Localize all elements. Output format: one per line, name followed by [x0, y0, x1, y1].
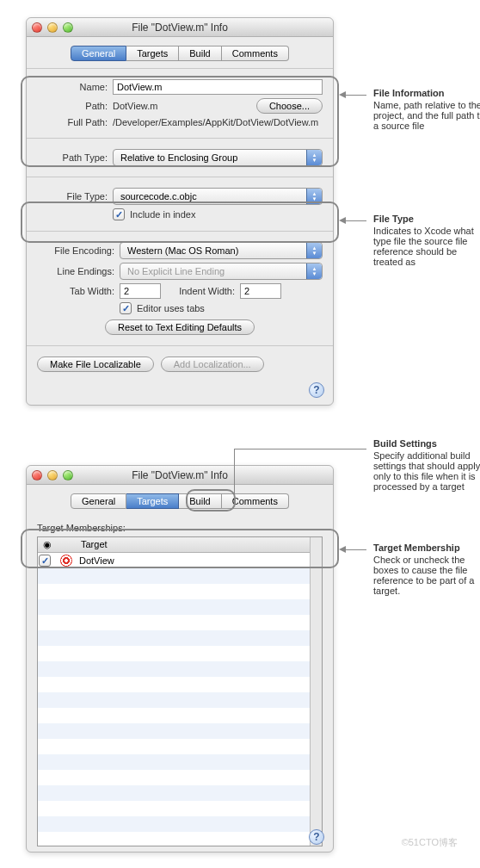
annot-file-type-body: Indicates to Xcode what type file the so… — [373, 226, 474, 267]
section-file-type: File Type: sourcecode.c.objc ▲▼ Include … — [27, 177, 333, 231]
help-icon[interactable]: ? — [309, 382, 324, 398]
target-memberships-label: Target Memberships: — [37, 523, 323, 533]
info-window-targets: File "DotView.m" Info General Targets Bu… — [26, 465, 334, 852]
fileencoding-label: File Encoding: — [37, 245, 114, 256]
watermark: ©51CTO博客 — [402, 836, 458, 849]
chevron-updown-icon: ▲▼ — [306, 189, 322, 204]
col-target-header[interactable]: Target — [76, 537, 322, 552]
tab-targets[interactable]: Targets — [126, 46, 179, 61]
chevron-updown-icon: ▲▼ — [306, 150, 322, 165]
tab-comments[interactable]: Comments — [222, 46, 289, 61]
editor-uses-tabs-label: Editor uses tabs — [137, 303, 205, 313]
lineendings-popup[interactable]: No Explicit Line Ending ▲▼ — [120, 263, 323, 280]
include-in-index-label: Include in index — [130, 209, 195, 220]
annot-target-body: Check or uncheck the boxes to cause the … — [373, 555, 474, 596]
titlebar[interactable]: File "DotView.m" Info — [27, 18, 333, 37]
fullpath-label: Full Path: — [37, 117, 108, 127]
fileencoding-value: Western (Mac OS Roman) — [127, 245, 238, 256]
filetype-value: sourcecode.c.objc — [120, 191, 197, 202]
section-path-type: Path Type: Relative to Enclosing Group ▲… — [27, 138, 333, 177]
annot-build-body: Specify additional build settings that s… — [373, 450, 480, 492]
path-value: DotView.m — [113, 101, 256, 111]
annot-file-info-body: Name, path relative to the project, and … — [373, 100, 480, 131]
col-checkbox-header[interactable]: ◉ — [38, 537, 57, 552]
pathtype-popup[interactable]: Relative to Enclosing Group ▲▼ — [113, 149, 323, 166]
tabwidth-label: Tab Width: — [37, 286, 114, 296]
titlebar[interactable]: File "DotView.m" Info — [27, 466, 333, 485]
tab-build[interactable]: Build — [179, 493, 221, 509]
reset-button[interactable]: Reset to Text Editing Defaults — [105, 319, 255, 335]
indentwidth-field[interactable]: 2 — [240, 283, 281, 299]
filetype-label: File Type: — [37, 191, 108, 202]
tab-build[interactable]: Build — [179, 46, 221, 61]
editor-uses-tabs-checkbox[interactable] — [120, 302, 132, 314]
scrollbar[interactable] — [310, 537, 322, 846]
path-label: Path: — [37, 101, 108, 111]
pathtype-value: Relative to Enclosing Group — [120, 152, 237, 163]
table-row[interactable]: DotView — [38, 553, 322, 568]
help-icon[interactable]: ? — [309, 829, 324, 845]
target-memberships-table: ◉ Target DotView — [37, 536, 323, 846]
target-row-name: DotView — [76, 555, 322, 566]
target-icon — [60, 555, 72, 567]
indentwidth-label: Indent Width: — [161, 286, 235, 296]
annot-build-title: Build Settings — [373, 438, 480, 449]
info-window-general: File "DotView.m" Info General Targets Bu… — [26, 17, 334, 406]
include-in-index-checkbox[interactable] — [113, 208, 125, 220]
tabs: General Targets Build Comments — [27, 485, 333, 516]
tabs: General Targets Build Comments — [27, 37, 333, 68]
filetype-popup[interactable]: sourcecode.c.objc ▲▼ — [113, 188, 323, 205]
annot-target-title: Target Membership — [373, 542, 480, 553]
add-localization-button[interactable]: Add Localization... — [161, 356, 264, 372]
section-localization: Make File Localizable Add Localization..… — [27, 345, 333, 405]
target-row-checkbox[interactable] — [39, 555, 51, 567]
chevron-updown-icon: ▲▼ — [306, 243, 322, 258]
window-title: File "DotView.m" Info — [27, 469, 333, 481]
tab-general[interactable]: General — [71, 46, 126, 61]
lineendings-label: Line Endings: — [37, 266, 114, 276]
pathtype-label: Path Type: — [37, 152, 108, 163]
annot-file-type-title: File Type — [373, 214, 480, 224]
choose-button[interactable]: Choose... — [256, 98, 323, 114]
tabwidth-field[interactable]: 2 — [120, 283, 161, 299]
fileencoding-popup[interactable]: Western (Mac OS Roman) ▲▼ — [120, 242, 323, 259]
annot-file-info-title: File Information — [373, 88, 480, 98]
tab-targets[interactable]: Targets — [126, 493, 179, 509]
chevron-updown-icon: ▲▼ — [306, 264, 322, 279]
name-field[interactable]: DotView.m — [113, 79, 323, 95]
tab-general[interactable]: General — [71, 493, 126, 509]
lineendings-value: No Explicit Line Ending — [127, 266, 225, 276]
make-localizable-button[interactable]: Make File Localizable — [37, 356, 154, 372]
name-label: Name: — [37, 82, 108, 92]
section-file-info: Name: DotView.m Path: DotView.m Choose..… — [27, 68, 333, 138]
fullpath-value: /Developer/Examples/AppKit/DotView/DotVi… — [113, 117, 323, 127]
section-encoding: File Encoding: Western (Mac OS Roman) ▲▼… — [27, 231, 333, 345]
tab-comments[interactable]: Comments — [222, 493, 289, 509]
window-title: File "DotView.m" Info — [27, 22, 333, 34]
